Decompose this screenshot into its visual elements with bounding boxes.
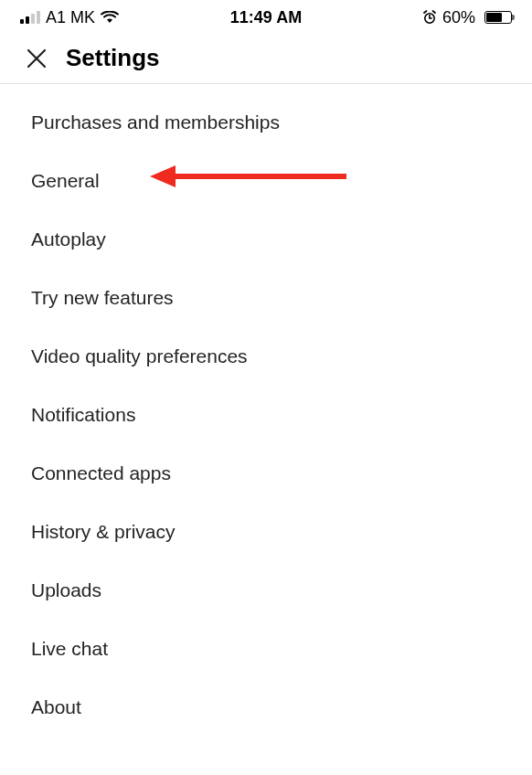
close-button[interactable]: [24, 46, 49, 71]
battery-icon: [481, 11, 512, 24]
close-icon: [26, 48, 48, 69]
alarm-icon: [422, 10, 437, 25]
status-bar: A1 MK 11:49 AM 60%: [0, 0, 532, 31]
settings-item-uploads[interactable]: Uploads: [0, 561, 532, 620]
settings-item-about[interactable]: About: [0, 678, 532, 737]
page-title: Settings: [66, 44, 160, 72]
cellular-signal-icon: [20, 11, 40, 24]
settings-item-history-privacy[interactable]: History & privacy: [0, 503, 532, 561]
svg-line-3: [424, 11, 427, 13]
settings-item-live-chat[interactable]: Live chat: [0, 620, 532, 678]
settings-item-notifications[interactable]: Notifications: [0, 386, 532, 444]
battery-percent: 60%: [442, 8, 475, 27]
settings-item-video-quality[interactable]: Video quality preferences: [0, 327, 532, 386]
settings-item-connected-apps[interactable]: Connected apps: [0, 444, 532, 503]
wifi-icon: [101, 11, 119, 24]
settings-item-general[interactable]: General: [0, 152, 532, 210]
svg-line-4: [432, 11, 435, 13]
settings-item-try-new-features[interactable]: Try new features: [0, 269, 532, 327]
carrier-label: A1 MK: [46, 8, 95, 27]
settings-item-autoplay[interactable]: Autoplay: [0, 210, 532, 269]
status-right: 60%: [422, 8, 512, 27]
settings-item-purchases[interactable]: Purchases and memberships: [0, 93, 532, 152]
header: Settings: [0, 31, 532, 84]
status-left: A1 MK: [20, 8, 119, 27]
settings-list: Purchases and memberships General Autopl…: [0, 84, 532, 746]
